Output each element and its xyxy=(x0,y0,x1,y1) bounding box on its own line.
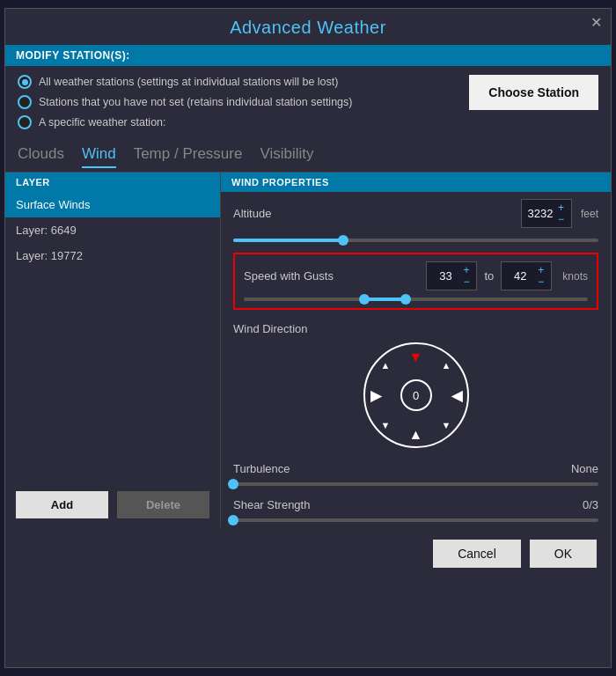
speed-gusts-label: Speed with Gusts xyxy=(244,269,419,283)
compass-arrow-nw: ▲ xyxy=(381,360,391,371)
altitude-plus[interactable]: + xyxy=(556,202,566,213)
speed-value: 33 xyxy=(432,269,458,283)
tab-visibility[interactable]: Visibility xyxy=(260,145,313,168)
speed-plus-minus: + − xyxy=(461,265,471,287)
compass-arrow-east: ◀ xyxy=(451,387,462,404)
add-layer-button[interactable]: Add xyxy=(16,491,108,518)
radio-all-stations[interactable]: All weather stations (settings at indivi… xyxy=(18,75,352,89)
range-fill xyxy=(364,298,406,301)
radio-not-set[interactable]: Stations that you have not set (retains … xyxy=(18,95,352,109)
range-thumb-high[interactable] xyxy=(400,294,411,305)
left-panel: LAYER Surface Winds Layer: 6649 Layer: 1… xyxy=(5,173,221,527)
radio-label-notset: Stations that you have not set (retains … xyxy=(39,96,352,108)
altitude-plus-minus: + − xyxy=(556,202,566,224)
compass-arrow-ne: ▲ xyxy=(442,360,451,371)
altitude-input-group: 3232 + − xyxy=(521,199,572,228)
delete-layer-button[interactable]: Delete xyxy=(117,491,209,518)
turbulence-slider-track[interactable] xyxy=(233,482,598,486)
content-area: LAYER Surface Winds Layer: 6649 Layer: 1… xyxy=(5,173,611,527)
speed-minus[interactable]: − xyxy=(461,276,471,287)
altitude-row: Altitude 3232 + − feet xyxy=(221,192,611,235)
speed-gusts-box: Speed with Gusts 33 + − to 42 + − xyxy=(233,253,598,310)
compass-center-value: 0 xyxy=(400,379,432,411)
gust-unit: knots xyxy=(562,270,588,283)
altitude-minus[interactable]: − xyxy=(556,214,566,224)
title-bar: Advanced Weather ✕ xyxy=(5,9,611,45)
gust-input-group: 42 + − xyxy=(501,261,552,290)
turbulence-label: Turbulence xyxy=(233,462,290,475)
altitude-label: Altitude xyxy=(233,207,271,220)
compass[interactable]: ▼ ▲ ◀ ▶ ▲ ▲ ▼ ▼ 0 xyxy=(363,342,469,448)
tabs-bar: Clouds Wind Temp / Pressure Visibility xyxy=(5,138,611,173)
layer-item-surface[interactable]: Surface Winds xyxy=(5,192,220,217)
layer-item-19772[interactable]: Layer: 19772 xyxy=(5,243,220,268)
tab-temp-pressure[interactable]: Temp / Pressure xyxy=(134,145,243,168)
radio-circle-all xyxy=(18,75,32,89)
cancel-button[interactable]: Cancel xyxy=(433,540,521,568)
layer-buttons: Add Delete xyxy=(5,482,220,527)
altitude-value: 3232 xyxy=(527,207,554,220)
compass-arrow-south: ▲ xyxy=(409,427,423,443)
turbulence-slider-thumb[interactable] xyxy=(228,479,238,489)
wind-props-header: WIND PROPERTIES xyxy=(221,173,611,192)
compass-arrow-west: ▶ xyxy=(370,387,381,404)
modify-header: MODIFY STATION(S): xyxy=(5,45,611,66)
gust-plus-minus: + − xyxy=(536,265,546,287)
compass-arrow-north: ▼ xyxy=(409,349,423,365)
range-thumb-low[interactable] xyxy=(359,294,370,305)
shear-value: 0/3 xyxy=(583,498,598,511)
wind-direction-section: Wind Direction ▼ ▲ ◀ ▶ ▲ ▲ ▼ ▼ 0 xyxy=(221,315,611,455)
close-button[interactable]: ✕ xyxy=(590,16,602,30)
turbulence-slider-container xyxy=(221,479,611,491)
radio-specific[interactable]: A specific weather station: xyxy=(18,115,352,129)
gust-minus[interactable]: − xyxy=(536,276,546,287)
to-label: to xyxy=(484,269,494,283)
radio-label-all: All weather stations (settings at indivi… xyxy=(39,76,338,88)
gust-plus[interactable]: + xyxy=(536,265,546,276)
tab-wind[interactable]: Wind xyxy=(82,145,116,168)
shear-slider-track[interactable] xyxy=(233,518,598,522)
turbulence-row: Turbulence None xyxy=(221,455,611,479)
speed-gusts-range-slider[interactable] xyxy=(244,298,588,301)
compass-arrow-sw: ▼ xyxy=(381,420,391,430)
ok-button[interactable]: OK xyxy=(530,540,597,568)
speed-plus[interactable]: + xyxy=(461,265,471,276)
tab-clouds[interactable]: Clouds xyxy=(18,145,64,168)
shear-label: Shear Strength xyxy=(233,498,310,511)
wind-direction-label: Wind Direction xyxy=(233,322,598,335)
footer-buttons: Cancel OK xyxy=(5,527,611,578)
right-panel: WIND PROPERTIES Altitude 3232 + − feet xyxy=(221,173,611,527)
compass-arrow-se: ▼ xyxy=(442,420,451,430)
radio-group: All weather stations (settings at indivi… xyxy=(18,75,352,129)
layer-item-6649[interactable]: Layer: 6649 xyxy=(5,217,220,243)
compass-container: ▼ ▲ ◀ ▶ ▲ ▲ ▼ ▼ 0 xyxy=(233,342,598,448)
radio-circle-notset xyxy=(18,95,32,109)
turbulence-value: None xyxy=(571,462,598,475)
shear-strength-row: Shear Strength 0/3 xyxy=(221,495,611,515)
altitude-unit: feet xyxy=(581,208,598,220)
dialog-title: Advanced Weather xyxy=(230,18,386,37)
altitude-slider-thumb[interactable] xyxy=(338,235,348,246)
altitude-slider-fill xyxy=(233,239,343,242)
station-section: All weather stations (settings at indivi… xyxy=(5,66,611,138)
layer-list: Surface Winds Layer: 6649 Layer: 19772 xyxy=(5,192,220,482)
altitude-slider-container xyxy=(221,235,611,247)
shear-slider-container xyxy=(221,515,611,527)
choose-station-button[interactable]: Choose Station xyxy=(469,75,598,110)
gust-value: 42 xyxy=(507,269,533,283)
shear-slider-thumb[interactable] xyxy=(228,515,238,525)
layer-header: LAYER xyxy=(5,173,220,192)
radio-circle-specific xyxy=(18,115,32,129)
altitude-control: 3232 + − feet xyxy=(521,199,598,228)
speed-input-group: 33 + − xyxy=(426,261,477,290)
altitude-slider-track[interactable] xyxy=(233,239,598,242)
advanced-weather-dialog: Advanced Weather ✕ MODIFY STATION(S): Al… xyxy=(4,8,612,668)
speed-gusts-inner: Speed with Gusts 33 + − to 42 + − xyxy=(244,261,588,290)
altitude-label-row: Altitude 3232 + − feet xyxy=(233,199,598,228)
radio-label-specific: A specific weather station: xyxy=(39,116,166,129)
